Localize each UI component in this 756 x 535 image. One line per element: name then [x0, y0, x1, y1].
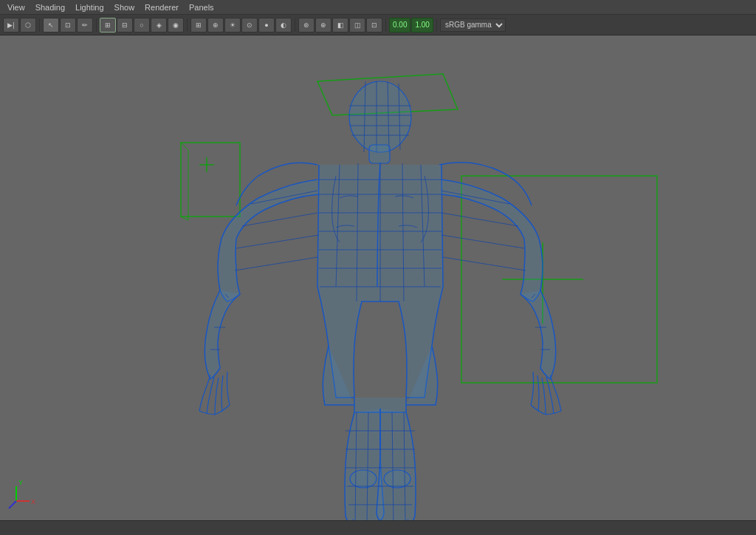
- menu-bar: View Shading Lighting Show Renderer Pane…: [0, 0, 756, 15]
- sep4: [295, 18, 295, 32]
- smooth-btn[interactable]: ○: [134, 18, 150, 33]
- pivot-tools: ⊛ ⊕ ◧ ◫ ⊡: [298, 18, 382, 33]
- grid-btn[interactable]: ⊞: [190, 18, 207, 33]
- viewport[interactable]: Y X: [0, 35, 756, 520]
- value1-display[interactable]: 0.00: [389, 18, 410, 33]
- mask-btn[interactable]: ◧: [332, 18, 348, 33]
- display-tools: ⊞ ⊕ ☀ ⊙ ● ◐: [190, 18, 292, 33]
- svg-point-11: [349, 81, 411, 152]
- menu-show[interactable]: Show: [110, 1, 140, 13]
- lit-btn[interactable]: ◉: [168, 18, 184, 33]
- svg-point-48: [384, 470, 410, 488]
- pivot-btn[interactable]: ⊛: [298, 18, 315, 33]
- lasso-btn[interactable]: ⊡: [60, 18, 76, 33]
- svg-rect-20: [369, 145, 390, 163]
- toolbar: ▶| ⬡ ↖ ⊡ ✏ ⊞ ⊟ ○ ◈ ◉ ⊞ ⊕ ☀ ⊙ ● ◐ ⊛ ⊕ ◧ ◫…: [0, 15, 756, 35]
- transform-tools: ⊞ ⊟ ○ ◈ ◉: [100, 18, 184, 33]
- light-btn[interactable]: ☀: [224, 18, 241, 33]
- camera-btn[interactable]: ▶|: [3, 18, 19, 33]
- isolate-btn[interactable]: ⊡: [366, 18, 382, 33]
- sep6: [436, 18, 437, 32]
- viewport-svg: Y X: [0, 35, 756, 520]
- sep5: [385, 18, 386, 32]
- select-btn[interactable]: ↖: [43, 18, 59, 33]
- sep1: [39, 18, 40, 32]
- extra-btn[interactable]: ◐: [275, 18, 292, 33]
- wireframe-btn[interactable]: ⊞: [100, 18, 116, 33]
- solid-btn[interactable]: ⊟: [117, 18, 133, 33]
- svg-text:X: X: [31, 498, 35, 505]
- svg-point-47: [350, 470, 377, 488]
- sep2: [96, 18, 97, 32]
- menu-panels[interactable]: Panels: [185, 1, 219, 13]
- paint-btn[interactable]: ✏: [77, 18, 93, 33]
- world-btn[interactable]: ⊕: [315, 18, 331, 33]
- snap-btn[interactable]: ⊕: [207, 18, 224, 33]
- svg-text:Y: Y: [18, 479, 23, 486]
- menu-view[interactable]: View: [3, 1, 30, 13]
- camera-view-btn[interactable]: ⊙: [241, 18, 258, 33]
- xray-btn[interactable]: ◫: [349, 18, 365, 33]
- value-group: 0.00 1.00: [389, 18, 433, 33]
- value2-display[interactable]: 1.00: [411, 18, 433, 33]
- select-tools: ↖ ⊡ ✏: [43, 18, 93, 33]
- textured-btn[interactable]: ◈: [151, 18, 167, 33]
- colorspace-select[interactable]: sRGB gamma: [440, 18, 506, 32]
- render-btn[interactable]: ●: [258, 18, 275, 33]
- camera-tools: ▶| ⬡: [3, 18, 36, 33]
- keyframe-btn[interactable]: ⬡: [20, 18, 36, 33]
- sep3: [187, 18, 188, 32]
- menu-shading[interactable]: Shading: [31, 1, 69, 13]
- menu-renderer[interactable]: Renderer: [140, 1, 183, 13]
- status-bar: [0, 520, 756, 535]
- menu-lighting[interactable]: Lighting: [71, 1, 109, 13]
